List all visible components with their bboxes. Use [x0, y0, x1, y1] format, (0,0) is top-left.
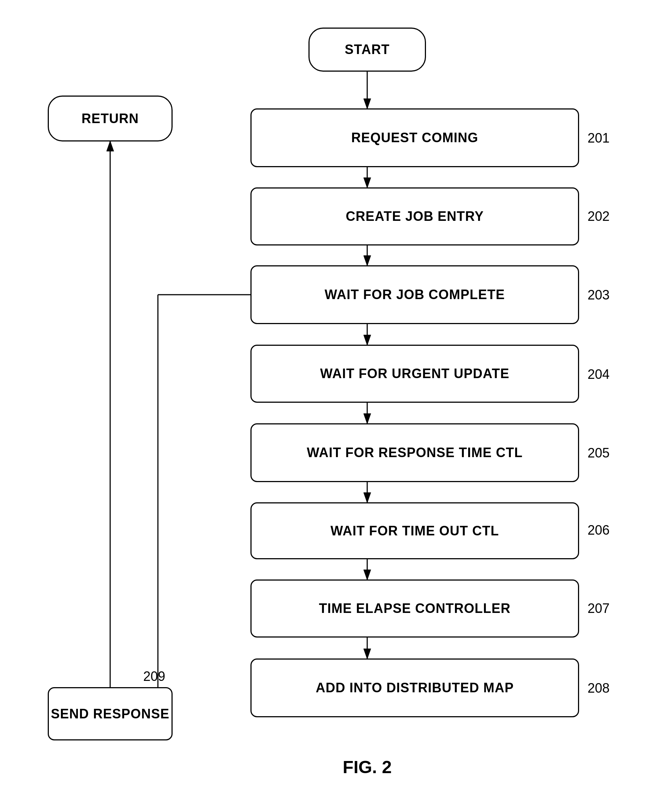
ref-204: 204	[587, 367, 610, 382]
request-coming-box: REQUEST COMING	[250, 108, 579, 167]
ref-208: 208	[587, 681, 610, 696]
ref-203: 203	[587, 288, 610, 303]
ref-207: 207	[587, 601, 610, 616]
start-box: START	[308, 28, 426, 72]
ref-202: 202	[587, 209, 610, 224]
add-distributed-map-box: ADD INTO DISTRIBUTED MAP	[250, 659, 579, 717]
send-response-box: SEND RESPONSE	[48, 687, 173, 740]
wait-time-out-ctl-box: WAIT FOR TIME OUT CTL	[250, 502, 579, 559]
ref-205: 205	[587, 445, 610, 461]
ref-201: 201	[587, 131, 610, 146]
wait-urgent-update-box: WAIT FOR URGENT UPDATE	[250, 345, 579, 403]
return-box: RETURN	[48, 96, 173, 142]
ref-206: 206	[587, 523, 610, 538]
figure-caption: FIG. 2	[276, 757, 459, 777]
create-job-entry-box: CREATE JOB ENTRY	[250, 187, 579, 245]
ref-209: 209	[143, 669, 165, 684]
diagram-container: START REQUEST COMING 201 CREATE JOB ENTR…	[0, 0, 672, 804]
wait-job-complete-box: WAIT FOR JOB COMPLETE	[250, 265, 579, 324]
time-elapse-controller-box: TIME ELAPSE CONTROLLER	[250, 580, 579, 637]
wait-response-time-ctl-box: WAIT FOR RESPONSE TIME CTL	[250, 423, 579, 482]
